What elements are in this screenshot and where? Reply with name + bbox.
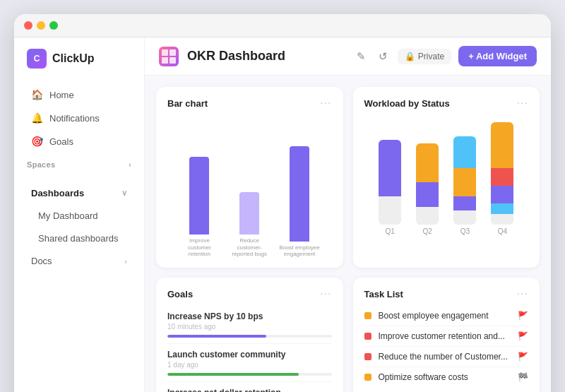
- minimize-button[interactable]: [37, 21, 45, 30]
- bar-chart-widget: Bar chart ··· Improve customer retention…: [156, 87, 343, 268]
- goal-name-1: Increase NPS by 10 bps: [167, 311, 332, 321]
- maximize-button[interactable]: [49, 21, 58, 30]
- bar-1: [189, 157, 209, 234]
- task-name-4: Optimize software costs: [379, 372, 511, 382]
- goal-progress-fill-1: [167, 335, 266, 338]
- segment-q3-3: [453, 196, 476, 210]
- private-badge: 🔒 Private: [398, 49, 451, 64]
- dashboards-label: Dashboards: [31, 188, 84, 198]
- dashboards-chevron-icon: ∨: [121, 189, 127, 198]
- add-widget-button[interactable]: + Add Widget: [458, 46, 537, 66]
- stacked-bar-q4: Q4: [484, 122, 521, 235]
- home-icon: 🏠: [31, 89, 42, 100]
- task-list-menu-button[interactable]: ···: [517, 287, 528, 300]
- goals-menu-button[interactable]: ···: [320, 287, 331, 300]
- segment-q2-1: [416, 143, 439, 182]
- task-dot-3: [364, 353, 371, 360]
- segment-q2-2: [416, 182, 439, 207]
- private-label: Private: [418, 52, 444, 61]
- goals-header: Goals ···: [167, 287, 332, 300]
- workload-header: Workload by Status ···: [364, 97, 529, 109]
- refresh-button[interactable]: ↺: [376, 47, 391, 66]
- logo-text: ClickUp: [52, 52, 95, 65]
- goal-progress-fill-2: [167, 373, 299, 376]
- stacked-bar-q4-bar: [491, 122, 513, 225]
- bar-label-2: Reduce customer-reported bugs: [228, 237, 270, 258]
- segment-q4-5: [491, 214, 513, 225]
- bar-chart-area: Improve customer retention Reduce custom…: [167, 115, 332, 258]
- q1-label: Q1: [385, 227, 394, 235]
- goal-name-2: Launch customer community: [167, 350, 332, 360]
- sidebar-item-home-label: Home: [49, 90, 74, 100]
- segment-q4-3: [491, 186, 513, 203]
- segment-q3-2: [453, 168, 476, 196]
- task-list-title: Task List: [364, 289, 403, 299]
- close-button[interactable]: [24, 21, 32, 30]
- stacked-bars-container: Q1 Q2: [364, 122, 529, 235]
- docs-chevron-icon: ›: [124, 257, 127, 266]
- goals-list: Increase NPS by 10 bps 10 minutes ago La…: [167, 306, 332, 392]
- task-item-2: Improve customer retention and... 🚩: [364, 326, 529, 347]
- task-flag-1: 🚩: [518, 311, 528, 321]
- my-dashboard-label: My Dashboard: [38, 210, 98, 221]
- sidebar-item-notifications[interactable]: 🔔 Notifications: [18, 107, 140, 129]
- dashboard-icon: [159, 47, 179, 66]
- segment-q4-2: [491, 168, 513, 186]
- stacked-bar-q1-bar: [379, 140, 401, 225]
- goal-item-3: Increase net dollar retention Week ago: [167, 382, 332, 392]
- stacked-bar-q2: Q2: [409, 143, 446, 235]
- workload-menu-button[interactable]: ···: [517, 97, 528, 109]
- goal-item-2: Launch customer community 1 day ago: [167, 344, 332, 382]
- app-body: C ClickUp 🏠 Home 🔔 Notifications 🎯 Goals: [14, 37, 551, 392]
- goals-title: Goals: [167, 289, 193, 299]
- workload-title: Workload by Status: [364, 98, 450, 109]
- page-title: OKR Dashboard: [187, 49, 345, 64]
- bar-label-1: Improve customer retention: [178, 237, 220, 258]
- sidebar-item-my-dashboard[interactable]: My Dashboard: [18, 205, 140, 227]
- stacked-bar-q2-bar: [416, 143, 439, 225]
- goal-time-1: 10 minutes ago: [167, 323, 332, 331]
- task-name-1: Boost employee engagement: [379, 311, 511, 321]
- bar-group-1: Improve customer retention: [174, 157, 225, 258]
- logo-icon: C: [27, 49, 47, 69]
- task-list-header: Task List ···: [364, 287, 529, 300]
- stacked-bar-q3-bar: [453, 136, 476, 225]
- topbar: OKR Dashboard ✎ ↺ 🔒 Private + Add Widget: [145, 37, 551, 76]
- task-list-items: Boost employee engagement 🚩 Improve cust…: [364, 306, 529, 392]
- bar-label-3: Boost employee engagement: [278, 244, 321, 258]
- task-dot-1: [364, 312, 371, 319]
- bar-group-3: Boost employee engagement: [275, 146, 325, 258]
- dashboards-section-label: [14, 172, 144, 182]
- segment-q3-1: [453, 136, 476, 168]
- sidebar-logo: C ClickUp: [14, 49, 144, 83]
- bar-chart-header: Bar chart ···: [167, 97, 332, 109]
- bar-3: [290, 146, 309, 242]
- main-content: OKR Dashboard ✎ ↺ 🔒 Private + Add Widget: [145, 37, 551, 392]
- task-flag-2: 🚩: [518, 331, 528, 341]
- sidebar-item-shared-dashboards[interactable]: Shared dashboards: [18, 227, 140, 249]
- task-flag-4: 🏁: [518, 372, 528, 382]
- sidebar-item-docs[interactable]: Docs ›: [18, 250, 140, 272]
- goal-time-2: 1 day ago: [167, 361, 332, 369]
- task-item-1: Boost employee engagement 🚩: [364, 306, 529, 326]
- task-item-3: Reduce the number of Customer... 🚩: [364, 347, 529, 367]
- spaces-section-label: Spaces ›: [14, 153, 144, 172]
- shared-dashboards-label: Shared dashboards: [38, 233, 118, 244]
- spaces-chevron-icon: ›: [129, 160, 131, 169]
- bars-container: Improve customer retention Reduce custom…: [167, 145, 332, 258]
- q3-label: Q3: [460, 227, 470, 235]
- bar-chart-menu-button[interactable]: ···: [320, 97, 331, 109]
- sidebar-item-goals[interactable]: 🎯 Goals: [18, 130, 140, 153]
- task-list-widget: Task List ··· Boost employee engagement …: [353, 278, 540, 392]
- segment-q4-4: [491, 203, 513, 214]
- workload-widget: Workload by Status ··· Q1: [353, 87, 540, 268]
- goals-widget: Goals ··· Increase NPS by 10 bps 10 minu…: [156, 278, 343, 392]
- goal-progress-bg-2: [167, 373, 332, 376]
- sidebar: C ClickUp 🏠 Home 🔔 Notifications 🎯 Goals: [14, 37, 145, 392]
- goal-progress-bg-1: [167, 335, 332, 338]
- edit-button[interactable]: ✎: [354, 47, 369, 66]
- sidebar-item-home[interactable]: 🏠 Home: [18, 83, 140, 106]
- lock-icon: 🔒: [405, 52, 415, 61]
- topbar-actions: ✎ ↺ 🔒 Private + Add Widget: [354, 46, 537, 66]
- sidebar-item-dashboards[interactable]: Dashboards ∨: [18, 182, 140, 204]
